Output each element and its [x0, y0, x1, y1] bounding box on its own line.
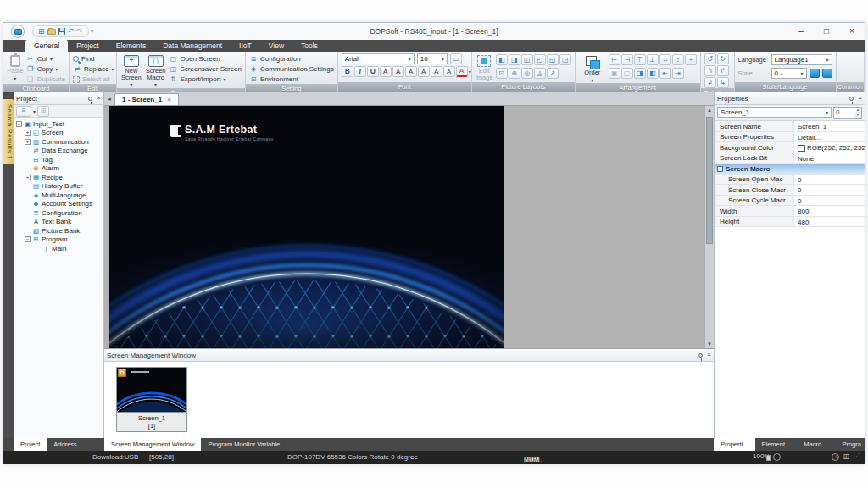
focus-icon[interactable]: ◎ — [521, 68, 533, 79]
close-icon[interactable]: × — [707, 352, 711, 358]
same-width-icon[interactable]: ↔ — [659, 54, 671, 65]
tree-item-picture-bank[interactable]: ▧Picture Bank — [16, 226, 103, 236]
maximize-button[interactable]: □ — [814, 23, 839, 40]
property-row[interactable]: Background ColorRGB(252, 252, 252) — [715, 142, 865, 153]
order-button[interactable]: Order ▾ — [579, 53, 606, 83]
property-row[interactable]: Screen PropertiesDetail... — [715, 132, 865, 143]
group-icon[interactable]: ▣ — [609, 68, 620, 79]
tree-item-alarm[interactable]: ◉Alarm — [16, 164, 103, 174]
tree-item-multi-language[interactable]: ◈Multi-language — [16, 191, 103, 200]
canvas-vertical-scrollbar[interactable]: ▲ ▼ — [704, 106, 714, 348]
screen-macro-button[interactable]: ( ) ScreenMacro ▾ — [145, 53, 167, 88]
property-row[interactable]: Screen Lock BitNone — [715, 153, 865, 164]
find-button[interactable]: Find — [73, 54, 114, 64]
resize-grip-icon[interactable]: ⋰ — [853, 452, 860, 461]
rotate-90-left-icon[interactable]: ↰ — [704, 65, 716, 76]
tab-macro[interactable]: Macro ... — [797, 438, 835, 451]
tree-item-main[interactable]: ƒMain — [16, 244, 103, 253]
underline-button[interactable]: U — [367, 66, 379, 77]
fit-screen-icon[interactable]: ◲ — [559, 54, 571, 65]
flip-vertical-icon[interactable]: ◨ — [509, 54, 520, 65]
screensaver-screen-button[interactable]: ◱Screensaver Screen — [170, 64, 242, 74]
collapse-icon[interactable]: − — [717, 166, 723, 172]
open-icon[interactable] — [47, 29, 56, 35]
font-size-select[interactable]: 16▾ — [417, 53, 448, 64]
center-vertical-icon[interactable]: ◧ — [647, 68, 659, 79]
configuration-button[interactable]: ≣Configuration — [249, 54, 334, 64]
tab-address-panel[interactable]: Address — [47, 438, 84, 451]
tab-program[interactable]: Progra... — [835, 438, 868, 451]
expander-icon[interactable]: − — [25, 236, 31, 242]
tab-element[interactable]: Element... — [755, 438, 798, 451]
rotate-left-icon[interactable]: ↺ — [704, 53, 716, 64]
same-size-icon[interactable]: + — [685, 54, 697, 65]
close-tab-icon[interactable]: × — [167, 96, 171, 103]
align-left-icon[interactable]: ⊢ — [609, 54, 620, 65]
undo-icon[interactable]: ↶ — [68, 27, 75, 36]
state-spinner[interactable]: 0 ▴▾ — [833, 107, 862, 119]
space-vertical-icon[interactable]: ⇥ — [672, 68, 684, 79]
close-icon[interactable]: × — [858, 95, 862, 102]
tab-project[interactable]: Project — [68, 40, 107, 52]
tree-item-communication[interactable]: +▥Communication — [16, 137, 103, 147]
zoom-slider-thumb[interactable] — [766, 455, 771, 461]
expander-icon[interactable]: − — [16, 121, 22, 127]
close-icon[interactable]: × — [97, 95, 101, 102]
edit-image-button[interactable]: EditImage — [476, 53, 493, 81]
fit-width-icon[interactable]: ◰ — [534, 54, 546, 65]
ungroup-icon[interactable]: ▢ — [621, 68, 633, 79]
tab-screen-management[interactable]: Screen Management Window — [104, 438, 201, 451]
scroll-up-icon[interactable]: ▲ — [705, 108, 714, 113]
font-color-button[interactable]: A — [456, 66, 468, 77]
tree-item-tag[interactable]: ⊟Tag — [16, 155, 103, 164]
property-row[interactable]: Screen Cycle Macr0 — [715, 196, 865, 207]
tab-properties[interactable]: Properti... — [714, 438, 755, 451]
tab-general[interactable]: General — [25, 40, 68, 52]
tab-view[interactable]: View — [260, 40, 292, 52]
property-row[interactable]: Screen Open Mac0 — [715, 175, 865, 186]
redo-icon[interactable]: ↷ — [76, 27, 83, 36]
align-text-bottom-icon[interactable]: A — [443, 66, 455, 77]
design-canvas[interactable]: S.A.M Ertebat Sana Rivande Hadiyar Erteb… — [104, 106, 714, 348]
tab-project-panel[interactable]: Project — [14, 438, 47, 451]
same-height-icon[interactable]: ↕ — [672, 54, 684, 65]
spinner-arrows-icon[interactable]: ▴▾ — [854, 107, 862, 119]
element-selector[interactable]: Screen_1▾ — [717, 107, 832, 118]
tree-item-screen[interactable]: +◰Screen — [16, 129, 103, 138]
rotate-right-icon[interactable]: ↻ — [717, 53, 729, 64]
align-text-middle-icon[interactable]: A — [431, 66, 442, 77]
rotate-180-right-icon[interactable]: ↳ — [717, 77, 729, 88]
tree-view-mode-icon[interactable]: ≡ — [16, 106, 31, 117]
space-horizontal-icon[interactable]: ⇤ — [659, 68, 671, 79]
eyedropper-icon[interactable]: ↗ — [547, 68, 559, 79]
select-element-icon[interactable]: ⊡ — [496, 68, 508, 79]
qat-customize-icon[interactable]: ▾ — [91, 28, 94, 35]
fit-height-icon[interactable]: ◱ — [547, 54, 559, 65]
state-next-icon[interactable] — [822, 69, 832, 78]
communication-settings-button[interactable]: ◈Communication Settings — [249, 64, 334, 74]
new-screen-icon[interactable]: ⊞ — [38, 27, 45, 36]
zoom-in-icon[interactable]: + — [832, 453, 839, 461]
transparent-color-icon[interactable]: ⊕ — [509, 68, 520, 79]
duplicate-button[interactable]: ❑Duplicate — [26, 75, 65, 84]
tab-data-management[interactable]: Data Management — [154, 40, 231, 52]
export-import-button[interactable]: ⇅Export/Import▾ — [170, 75, 242, 84]
hmi-screen[interactable]: S.A.M Ertebat Sana Rivande Hadiyar Erteb… — [109, 106, 504, 348]
app-menu-button[interactable] — [7, 24, 29, 39]
tab-tools[interactable]: Tools — [292, 40, 326, 52]
language-select[interactable]: Language1▾ — [771, 54, 832, 65]
tree-item-program[interactable]: −⊞Program — [16, 236, 103, 245]
align-bottom-icon[interactable]: ⊥ — [647, 54, 659, 65]
font-family-select[interactable]: Arial▾ — [342, 53, 415, 64]
scroll-down-icon[interactable]: ▼ — [705, 341, 714, 347]
tree-item-root[interactable]: −▣Input_Test — [16, 119, 103, 129]
tree-item-recipe[interactable]: +▦Recipe — [16, 173, 103, 182]
tree-item-text-bank[interactable]: AText Bank — [16, 218, 103, 227]
replace-button[interactable]: ⇄Replace▾ — [73, 64, 114, 74]
tab-program-monitor[interactable]: Program Monitor Variable — [201, 438, 287, 451]
collapse-all-icon[interactable]: ⊞ — [37, 106, 49, 117]
pin-icon[interactable] — [88, 97, 92, 101]
tree-item-account-settings[interactable]: ◆Account Settings — [16, 200, 103, 209]
rotate-180-left-icon[interactable]: ↲ — [704, 77, 716, 88]
align-top-icon[interactable]: ⊤ — [634, 54, 646, 65]
